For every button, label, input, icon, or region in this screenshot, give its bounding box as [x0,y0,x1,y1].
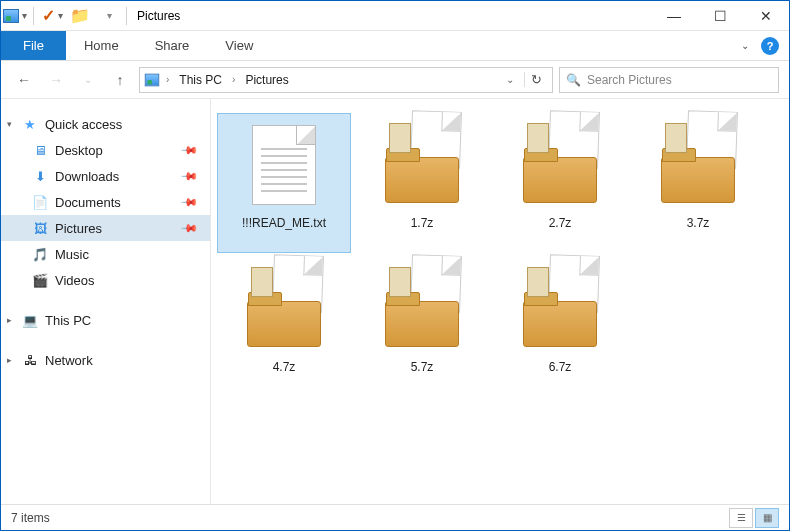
chevron-right-icon[interactable]: ▸ [7,355,12,365]
file-item[interactable]: 6.7z [493,257,627,397]
sidebar-item-pictures[interactable]: 🖼Pictures📌 [1,215,210,241]
star-icon: ★ [21,116,39,132]
help-icon[interactable]: ? [761,37,779,55]
up-button[interactable]: ↑ [107,67,133,93]
file-item[interactable]: 4.7z [217,257,351,397]
forward-button[interactable]: → [43,67,69,93]
maximize-button[interactable]: ☐ [697,1,743,31]
pin-icon: 📌 [179,140,198,159]
view-details-button[interactable]: ☰ [729,508,753,528]
window-title: Pictures [131,9,180,23]
view-large-icons-button[interactable]: ▦ [755,508,779,528]
pin-icon: 📌 [179,192,198,211]
file-item[interactable]: 1.7z [355,113,489,253]
refresh-icon[interactable]: ↻ [524,72,548,87]
navigation-bar: ← → ⌄ ↑ › This PC › Pictures ⌄ ↻ 🔍 Searc… [1,61,789,99]
quick-access-toolbar: ▾ ✓▾ 📁 ▾ [1,1,131,30]
pin-icon: 📌 [179,218,198,237]
file-grid[interactable]: !!!READ_ME.txt1.7z2.7z3.7z4.7z5.7z6.7z [211,99,789,504]
sidebar-item-label: Music [55,247,89,262]
location-icon [145,73,159,86]
sidebar-item-videos[interactable]: 🎬Videos [1,267,210,293]
chevron-down-icon[interactable]: ▾ [7,119,12,129]
titlebar: ▾ ✓▾ 📁 ▾ Pictures — ☐ ✕ [1,1,789,31]
breadcrumb-this-pc[interactable]: This PC [175,73,226,87]
file-item[interactable]: !!!READ_ME.txt [217,113,351,253]
file-name: !!!READ_ME.txt [242,216,326,230]
sidebar-network[interactable]: ▸ 🖧 Network [1,347,210,373]
file-name: 5.7z [411,360,434,374]
tab-home[interactable]: Home [66,31,137,60]
sidebar-item-music[interactable]: 🎵Music [1,241,210,267]
archive-file-icon [241,271,327,347]
tab-view[interactable]: View [207,31,271,60]
ribbon-expand-icon[interactable]: ⌄ [741,40,749,51]
sidebar-this-pc[interactable]: ▸ 💻 This PC [1,307,210,333]
sidebar-item-label: Pictures [55,221,102,236]
sidebar-item-label: Desktop [55,143,103,158]
desktop-icon: 🖥 [31,142,49,158]
tab-share[interactable]: Share [137,31,208,60]
app-icon[interactable]: ▾ [3,4,27,28]
documents-icon: 📄 [31,194,49,210]
chevron-right-icon[interactable]: › [230,74,237,85]
archive-file-icon [517,271,603,347]
breadcrumb-pictures[interactable]: Pictures [241,73,292,87]
archive-file-icon [379,271,465,347]
search-icon: 🔍 [566,73,581,87]
file-name: 2.7z [549,216,572,230]
sidebar-item-label: Videos [55,273,95,288]
file-tab[interactable]: File [1,31,66,60]
network-icon: 🖧 [21,352,39,368]
sidebar-item-downloads[interactable]: ⬇Downloads📌 [1,163,210,189]
sidebar-item-label: Documents [55,195,121,210]
downloads-icon: ⬇ [31,168,49,184]
sidebar-item-label: Downloads [55,169,119,184]
search-placeholder: Search Pictures [587,73,672,87]
item-count: 7 items [11,511,50,525]
sidebar-label: Network [45,353,93,368]
file-item[interactable]: 3.7z [631,113,765,253]
videos-icon: 🎬 [31,272,49,288]
minimize-button[interactable]: — [651,1,697,31]
pin-icon: 📌 [179,166,198,185]
status-bar: 7 items ☰ ▦ [1,504,789,530]
pictures-icon: 🖼 [31,220,49,236]
search-input[interactable]: 🔍 Search Pictures [559,67,779,93]
qat-properties-icon[interactable]: ✓▾ [40,4,64,28]
sidebar-item-documents[interactable]: 📄Documents📌 [1,189,210,215]
qat-new-folder-icon[interactable]: 📁 [68,4,92,28]
pc-icon: 💻 [21,312,39,328]
chevron-right-icon[interactable]: › [164,74,171,85]
sidebar-label: This PC [45,313,91,328]
sidebar-quick-access[interactable]: ▾ ★ Quick access [1,111,210,137]
sidebar-item-desktop[interactable]: 🖥Desktop📌 [1,137,210,163]
archive-file-icon [379,127,465,203]
address-dropdown-icon[interactable]: ⌄ [500,74,520,85]
back-button[interactable]: ← [11,67,37,93]
navigation-pane: ▾ ★ Quick access 🖥Desktop📌⬇Downloads📌📄Do… [1,99,211,504]
archive-file-icon [655,127,741,203]
file-name: 6.7z [549,360,572,374]
text-file-icon [252,125,316,205]
ribbon: File Home Share View ⌄ ? [1,31,789,61]
file-name: 3.7z [687,216,710,230]
sidebar-label: Quick access [45,117,122,132]
address-bar[interactable]: › This PC › Pictures ⌄ ↻ [139,67,553,93]
file-item[interactable]: 2.7z [493,113,627,253]
recent-locations-button[interactable]: ⌄ [75,67,101,93]
file-name: 4.7z [273,360,296,374]
file-item[interactable]: 5.7z [355,257,489,397]
chevron-right-icon[interactable]: ▸ [7,315,12,325]
file-name: 1.7z [411,216,434,230]
music-icon: 🎵 [31,246,49,262]
archive-file-icon [517,127,603,203]
close-button[interactable]: ✕ [743,1,789,31]
qat-customize-icon[interactable]: ▾ [96,4,120,28]
